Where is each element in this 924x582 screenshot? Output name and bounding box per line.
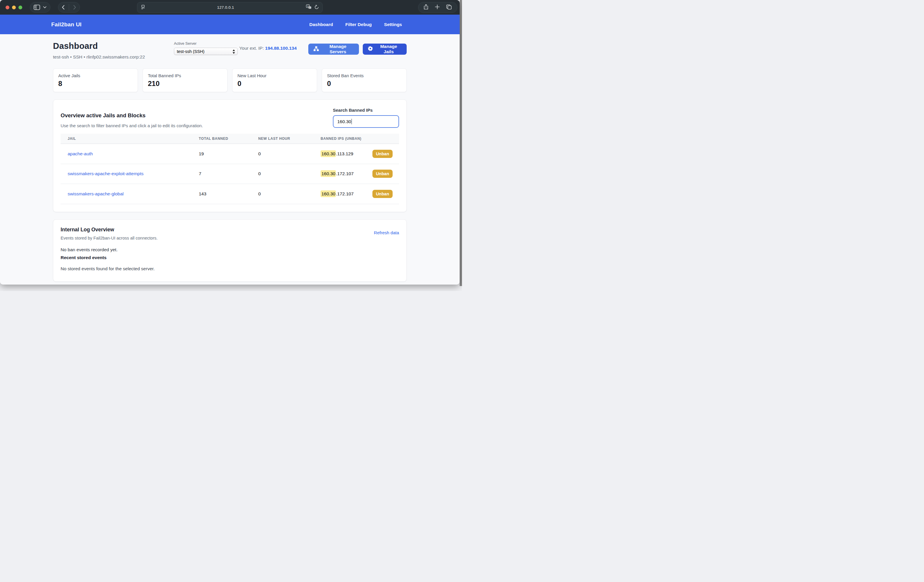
no-ban-events-text: No ban events recorded yet. — [61, 247, 399, 252]
stat-card-total-banned: Total Banned IPs 210 — [143, 68, 228, 92]
external-ip-label: Your ext. IP: — [239, 46, 265, 51]
active-server-select[interactable]: test-ssh (SSH) — [174, 48, 238, 55]
nav-links: Dashboard Filter Debug Settings — [309, 22, 402, 27]
text-caret — [351, 119, 352, 124]
table-row: swissmakers-apache-global 143 0 160.30.1… — [61, 184, 399, 204]
page-header: Dashboard test-ssh • SSH • rlinfp02.swis… — [53, 41, 407, 60]
external-ip-value[interactable]: 194.88.100.134 — [265, 46, 297, 51]
banned-ip: 160.30.172.107 — [320, 191, 354, 197]
manage-jails-button[interactable]: Manage Jails — [363, 44, 407, 55]
app-navbar: Fail2ban UI Dashboard Filter Debug Setti… — [0, 15, 460, 34]
forward-icon[interactable] — [73, 5, 76, 10]
stat-card-active-jails: Active Jails 8 — [53, 68, 138, 92]
back-icon[interactable] — [62, 5, 65, 10]
manage-jails-label: Manage Jails — [376, 44, 402, 54]
stat-value: 0 — [238, 79, 312, 88]
overview-subtitle: Use the search to filter banned IPs and … — [61, 123, 203, 128]
chevron-down-icon[interactable] — [43, 6, 46, 8]
unban-button[interactable]: Unban — [373, 169, 393, 178]
stat-value: 210 — [148, 79, 222, 88]
search-input-value: 160.30 — [337, 119, 351, 124]
gear-icon — [368, 46, 373, 53]
new-last-hour-value: 0 — [251, 151, 314, 156]
external-ip: Your ext. IP: 194.88.100.134 — [239, 46, 297, 51]
jail-link[interactable]: swissmakers-apache-exploit-attempts — [68, 171, 144, 176]
no-stored-events-text: No stored events found for the selected … — [61, 266, 399, 271]
ip-highlight: 160.30 — [320, 150, 336, 157]
active-server-group: Active Server test-ssh (SSH) — [174, 41, 239, 55]
jail-link[interactable]: swissmakers-apache-global — [68, 191, 124, 196]
brand-title[interactable]: Fail2ban UI — [51, 21, 82, 28]
overview-title: Overview active Jails and Blocks — [61, 112, 203, 119]
zoom-window-button[interactable] — [18, 5, 22, 9]
new-last-hour-value: 0 — [251, 191, 314, 197]
select-arrows-icon — [232, 49, 235, 55]
active-server-value: test-ssh (SSH) — [177, 49, 205, 54]
stat-card-new-last-hour: New Last Hour 0 — [232, 68, 317, 92]
search-banned-ips-input[interactable]: 160.30 — [333, 115, 399, 128]
tab-overview-icon[interactable] — [446, 4, 452, 11]
col-header-new-last-hour: NEW LAST HOUR — [251, 136, 314, 141]
refresh-data-link[interactable]: Refresh data — [374, 230, 399, 235]
log-subtitle: Events stored by Fail2ban-UI across all … — [61, 236, 157, 240]
active-server-label: Active Server — [174, 41, 239, 46]
jail-link[interactable]: apache-auth — [68, 151, 93, 156]
total-banned-value: 19 — [192, 151, 251, 156]
manage-servers-label: Manage Servers — [322, 44, 354, 54]
unban-button[interactable]: Unban — [373, 190, 393, 198]
ip-rest: .113.129 — [336, 151, 353, 156]
unban-button[interactable]: Unban — [373, 150, 393, 158]
ip-highlight: 160.30 — [320, 191, 336, 197]
stat-label: Stored Ban Events — [327, 73, 401, 78]
page-format-icon[interactable] — [141, 5, 145, 10]
col-header-banned-ips: BANNED IPS (UNBAN) — [314, 136, 399, 141]
sidebar-toggle-group — [30, 2, 50, 13]
sidebar-toggle-icon[interactable] — [34, 5, 40, 10]
ip-rest: .172.107 — [336, 171, 353, 176]
new-last-hour-value: 0 — [251, 171, 314, 176]
sitemap-icon — [313, 46, 319, 53]
reload-icon[interactable] — [314, 5, 319, 10]
jails-table: JAIL TOTAL BANNED NEW LAST HOUR BANNED I… — [61, 134, 399, 204]
titlebar-right-cluster — [418, 2, 457, 13]
share-icon[interactable] — [424, 4, 428, 11]
internal-log-card: Internal Log Overview Events stored by F… — [53, 219, 407, 282]
col-header-jail: JAIL — [61, 136, 192, 141]
new-tab-icon[interactable] — [435, 4, 440, 10]
total-banned-value: 143 — [192, 191, 251, 197]
search-label: Search Banned IPs — [333, 108, 399, 113]
desktop-background — [460, 0, 462, 286]
nav-link-filter-debug[interactable]: Filter Debug — [345, 22, 371, 27]
search-box: Search Banned IPs 160.30 — [333, 108, 399, 128]
window-controls — [5, 5, 22, 9]
ip-highlight: 160.30 — [320, 170, 336, 177]
browser-window: 127.0.0.1 A x — [0, 0, 460, 284]
translate-icon[interactable]: A x — [306, 4, 312, 10]
table-header-row: JAIL TOTAL BANNED NEW LAST HOUR BANNED I… — [61, 134, 399, 144]
nav-link-dashboard[interactable]: Dashboard — [309, 22, 333, 27]
stat-label: New Last Hour — [238, 73, 312, 78]
url-text[interactable]: 127.0.0.1 — [145, 5, 306, 10]
close-window-button[interactable] — [5, 5, 9, 9]
banned-ip: 160.30.113.129 — [320, 151, 353, 156]
page-title: Dashboard — [53, 41, 174, 51]
overview-card: Overview active Jails and Blocks Use the… — [53, 99, 407, 212]
stat-cards: Active Jails 8 Total Banned IPs 210 New … — [53, 68, 407, 92]
table-row: apache-auth 19 0 160.30.113.129 Unban — [61, 144, 399, 164]
recent-stored-events-heading: Recent stored events — [61, 255, 399, 260]
stat-value: 0 — [327, 79, 401, 88]
history-nav-group — [58, 2, 80, 13]
table-row: swissmakers-apache-exploit-attempts 7 0 … — [61, 164, 399, 184]
page-subtitle: test-ssh • SSH • rlinfp02.swissmakers.co… — [53, 54, 174, 60]
log-title: Internal Log Overview — [61, 227, 157, 233]
ip-rest: .172.107 — [336, 191, 353, 196]
address-bar[interactable]: 127.0.0.1 A x — [137, 2, 323, 13]
stat-label: Total Banned IPs — [148, 73, 222, 78]
nav-divider — [69, 4, 69, 10]
col-header-total-banned: TOTAL BANNED — [192, 136, 251, 141]
stat-label: Active Jails — [58, 73, 133, 78]
manage-servers-button[interactable]: Manage Servers — [308, 44, 359, 55]
minimize-window-button[interactable] — [12, 5, 16, 9]
nav-link-settings[interactable]: Settings — [384, 22, 402, 27]
stat-value: 8 — [58, 79, 133, 88]
